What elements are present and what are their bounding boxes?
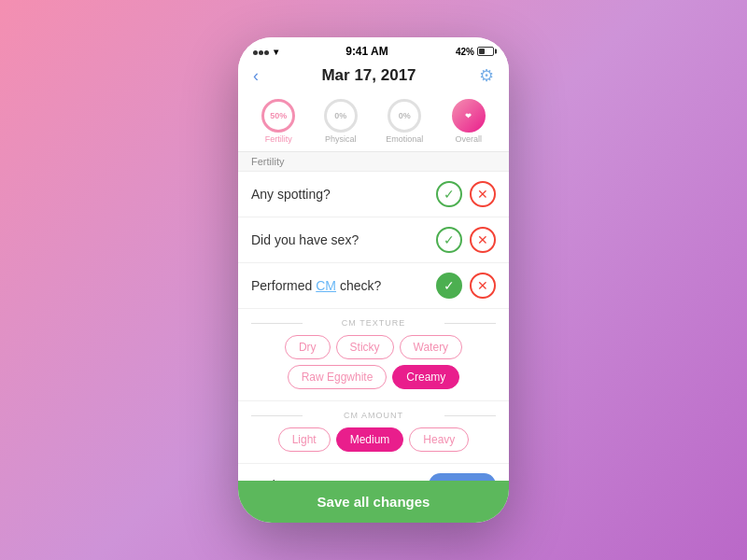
back-button[interactable]: ‹ xyxy=(253,66,259,86)
fertility-value: 50% xyxy=(270,111,287,120)
save-all-changes-button[interactable]: Save all changes xyxy=(238,481,509,523)
physical-label: Physical xyxy=(325,134,357,144)
emotional-value: 0% xyxy=(399,111,411,120)
question-spotting: Any spotting? ✓ ✕ xyxy=(238,172,509,217)
nav-header: ‹ Mar 17, 2017 ⚙ xyxy=(238,62,509,93)
chip-creamy[interactable]: Creamy xyxy=(392,365,459,389)
overall-circle: ❤ xyxy=(452,99,486,133)
cm-text: Performed CM check? xyxy=(251,278,381,293)
bbt-row: Update BBT 36.7 °C xyxy=(238,464,509,481)
battery-percent: 42% xyxy=(456,47,474,57)
cm-amount-chips: Light Medium Heavy xyxy=(251,427,496,452)
question-sex: Did you have sex? ✓ ✕ xyxy=(238,217,509,263)
cm-check-button[interactable]: ✓ xyxy=(436,273,462,299)
overall-value: ❤ xyxy=(465,112,472,120)
bbt-value[interactable]: 36.7 °C xyxy=(429,473,496,481)
status-left: ▾ xyxy=(253,46,278,57)
gear-icon[interactable]: ⚙ xyxy=(479,65,494,86)
stats-row: 50% Fertility 0% Physical 0% Emotional ❤… xyxy=(238,93,509,152)
cm-amount-title: CM AMOUNT xyxy=(251,411,496,420)
chip-sticky[interactable]: Sticky xyxy=(336,335,394,359)
cm-actions: ✓ ✕ xyxy=(436,273,496,299)
fertility-circle: 50% xyxy=(261,99,295,133)
status-right: 42% xyxy=(456,47,494,57)
emotional-label: Emotional xyxy=(386,134,423,144)
spotting-actions: ✓ ✕ xyxy=(436,181,496,207)
stat-physical[interactable]: 0% Physical xyxy=(324,99,358,144)
phone-frame: ▾ 9:41 AM 42% ‹ Mar 17, 2017 ⚙ 50% Ferti… xyxy=(238,37,509,523)
overall-label: Overall xyxy=(455,134,482,144)
chip-raw-eggwhite[interactable]: Raw Eggwhite xyxy=(288,365,388,389)
stat-fertility[interactable]: 50% Fertility xyxy=(261,99,295,144)
chip-medium[interactable]: Medium xyxy=(336,427,404,452)
wifi-icon: ▾ xyxy=(274,47,278,57)
scroll-area: Any spotting? ✓ ✕ Did you have sex? ✓ ✕ … xyxy=(238,172,509,481)
cm-link[interactable]: CM xyxy=(316,278,336,293)
sex-x-button[interactable]: ✕ xyxy=(470,227,496,253)
chip-light[interactable]: Light xyxy=(278,427,331,452)
section-label: Fertility xyxy=(238,152,509,172)
spotting-check-button[interactable]: ✓ xyxy=(436,181,462,207)
battery-icon xyxy=(477,47,494,56)
chip-heavy[interactable]: Heavy xyxy=(409,427,469,452)
stat-emotional[interactable]: 0% Emotional xyxy=(386,99,423,144)
cm-texture-chips-2: Raw Eggwhite Creamy xyxy=(251,365,496,389)
cm-x-button[interactable]: ✕ xyxy=(470,273,496,299)
page-title: Mar 17, 2017 xyxy=(321,66,416,85)
fertility-label: Fertility xyxy=(265,134,292,144)
spotting-text: Any spotting? xyxy=(251,187,331,202)
question-cm: Performed CM check? ✓ ✕ xyxy=(238,263,509,309)
sex-check-button[interactable]: ✓ xyxy=(436,227,462,253)
battery-fill xyxy=(479,49,485,54)
signal-dots xyxy=(253,46,270,57)
cm-amount-section: CM AMOUNT Light Medium Heavy xyxy=(238,401,509,464)
content-area: Any spotting? ✓ ✕ Did you have sex? ✓ ✕ … xyxy=(238,172,509,523)
physical-value: 0% xyxy=(334,111,346,120)
sex-actions: ✓ ✕ xyxy=(436,227,496,253)
sex-text: Did you have sex? xyxy=(251,232,359,247)
cm-texture-chips: Dry Sticky Watery xyxy=(251,335,496,359)
status-time: 9:41 AM xyxy=(345,45,388,58)
status-bar: ▾ 9:41 AM 42% xyxy=(238,37,509,62)
stat-overall[interactable]: ❤ Overall xyxy=(452,99,486,144)
spotting-x-button[interactable]: ✕ xyxy=(470,181,496,207)
physical-circle: 0% xyxy=(324,99,358,133)
chip-watery[interactable]: Watery xyxy=(400,335,463,359)
chip-dry[interactable]: Dry xyxy=(285,335,331,359)
emotional-circle: 0% xyxy=(388,99,421,133)
cm-texture-section: CM TEXTURE Dry Sticky Watery Raw Eggwhit… xyxy=(238,309,509,401)
cm-texture-title: CM TEXTURE xyxy=(251,318,496,328)
